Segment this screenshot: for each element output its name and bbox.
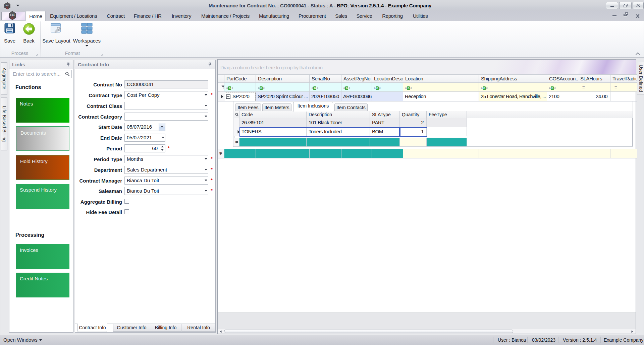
svg-text:bpo: bpo bbox=[10, 14, 15, 16]
svg-text:bpo: bpo bbox=[6, 4, 9, 6]
